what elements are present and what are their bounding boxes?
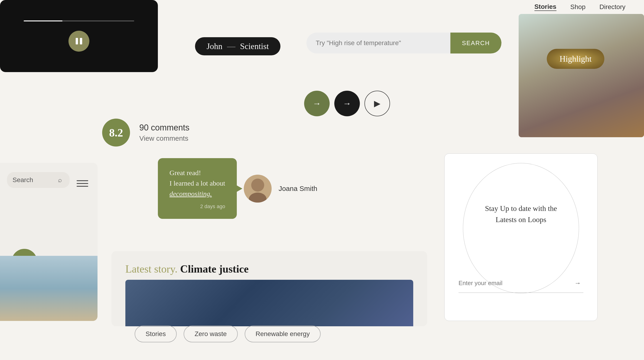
arrow-icon-olive: → bbox=[313, 99, 321, 108]
pill-dash: — bbox=[227, 41, 236, 51]
comments-count: 90 comments bbox=[139, 123, 190, 132]
mobile-search-panel: Search ⌕ ✕ bbox=[0, 163, 98, 321]
score-badge: 8.2 bbox=[102, 119, 130, 146]
video-progress-fill bbox=[24, 21, 62, 21]
bubble-time: 2 days ago bbox=[170, 204, 225, 210]
svg-point-1 bbox=[249, 193, 266, 203]
newsletter-email-input[interactable] bbox=[458, 280, 572, 287]
bubble-underline-text: decompositing. bbox=[170, 190, 212, 198]
bubble-message: Great read! I learned a lot about decomp… bbox=[158, 158, 237, 219]
latest-story-heading: Latest story. Climate justice bbox=[125, 263, 413, 275]
category-pill-renewable[interactable]: Renewable energy bbox=[245, 326, 321, 342]
mobile-search-input-row[interactable]: Search ⌕ bbox=[7, 172, 70, 188]
highlight-card: Highlight bbox=[519, 14, 644, 137]
search-input[interactable] bbox=[306, 39, 450, 47]
view-comments-link[interactable]: View comments bbox=[139, 134, 190, 142]
main-search-bar: SEARCH bbox=[306, 33, 502, 54]
person-name: John bbox=[206, 41, 222, 51]
john-pill: John — Scientist bbox=[195, 37, 280, 55]
oval-decoration bbox=[463, 163, 579, 293]
comment-bubble: Great read! I learned a lot about decomp… bbox=[158, 158, 317, 219]
bubble-line2: I learned a lot about bbox=[170, 178, 225, 188]
latest-story-section: Latest story. Climate justice bbox=[112, 251, 427, 326]
bubble-line3: decompositing. bbox=[170, 188, 225, 199]
play-pause-button[interactable] bbox=[68, 31, 90, 52]
category-pills: Stories Zero waste Renewable energy bbox=[135, 326, 320, 342]
arrow-button-black[interactable]: → bbox=[334, 91, 360, 116]
latest-label: Latest story. bbox=[125, 263, 177, 275]
newsletter-title: Stay Up to date with the Latests on Loop… bbox=[485, 203, 557, 225]
story-title: Climate justice bbox=[180, 263, 249, 275]
story-image bbox=[125, 280, 413, 326]
arrow-button-olive[interactable]: → bbox=[304, 91, 330, 116]
arrow-button-play[interactable]: ▶ bbox=[364, 91, 390, 116]
highlight-image bbox=[519, 14, 644, 137]
pause-icon bbox=[76, 38, 82, 45]
comments-section: 8.2 90 comments View comments bbox=[102, 119, 190, 146]
person-role: Scientist bbox=[240, 41, 269, 51]
person-avatar-svg bbox=[244, 175, 272, 203]
newsletter-submit-arrow[interactable]: → bbox=[572, 277, 584, 289]
video-progress-bar[interactable] bbox=[24, 21, 134, 21]
category-pill-stories[interactable]: Stories bbox=[135, 326, 177, 342]
arrow-buttons-group: → → ▶ bbox=[304, 91, 390, 116]
mobile-search-label: Search bbox=[12, 176, 52, 184]
mobile-landscape bbox=[0, 256, 98, 321]
svg-point-0 bbox=[251, 178, 264, 192]
category-pill-zerowaste[interactable]: Zero waste bbox=[184, 326, 238, 342]
commenter-avatar bbox=[244, 175, 272, 203]
comment-info: 90 comments View comments bbox=[139, 123, 190, 142]
newsletter-card: Stay Up to date with the Latests on Loop… bbox=[444, 153, 598, 321]
highlight-pill[interactable]: Highlight bbox=[547, 49, 604, 69]
nav-directory[interactable]: Directory bbox=[600, 3, 626, 11]
commenter-info: Joana Smith bbox=[278, 185, 317, 193]
newsletter-input-row: → bbox=[458, 277, 584, 293]
video-player bbox=[0, 0, 158, 72]
commenter-name: Joana Smith bbox=[278, 185, 317, 193]
search-button[interactable]: SEARCH bbox=[450, 33, 502, 54]
top-nav: Stories Shop Directory bbox=[505, 0, 644, 14]
nav-shop[interactable]: Shop bbox=[570, 3, 586, 11]
arrow-icon-black: → bbox=[343, 99, 351, 108]
bubble-line1: Great read! bbox=[170, 167, 225, 178]
hamburger-menu[interactable] bbox=[74, 178, 90, 189]
nav-stories[interactable]: Stories bbox=[534, 3, 556, 11]
play-icon: ▶ bbox=[374, 99, 380, 108]
mobile-search-icon: ⌕ bbox=[56, 176, 64, 184]
